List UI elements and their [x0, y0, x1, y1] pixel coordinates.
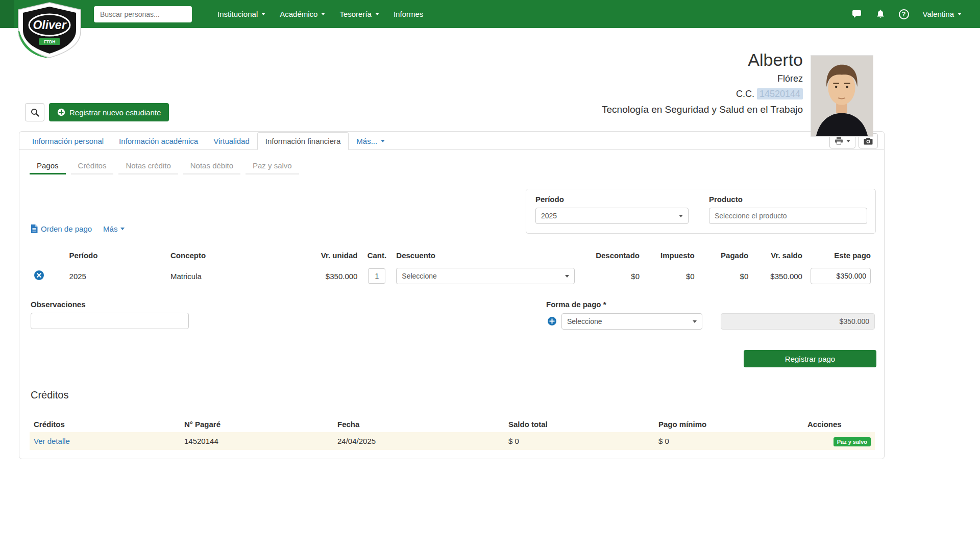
- column-header-discounted: Descontado: [579, 248, 644, 263]
- student-header: Alberto Flórez C.C. 14520144 Tecnología …: [602, 50, 803, 115]
- observations-label: Observaciones: [31, 300, 86, 309]
- column-header-concept: Concepto: [166, 248, 285, 263]
- payment-method-select[interactable]: Seleccione: [561, 313, 702, 330]
- logo-sub-text: FTDH: [44, 39, 56, 44]
- navbar-accent: [0, 0, 14, 28]
- credit-detail-link[interactable]: Ver detalle: [34, 437, 176, 445]
- discount-select[interactable]: Seleccione: [396, 268, 575, 284]
- register-new-student-label: Registrar nuevo estudiante: [69, 108, 161, 117]
- column-header-tax: Impuesto: [644, 248, 699, 263]
- subtab-notas-debito[interactable]: Notas débito: [183, 157, 240, 174]
- register-new-student-button[interactable]: Registrar nuevo estudiante: [49, 103, 169, 121]
- tab-label: Información académica: [119, 137, 198, 145]
- menu-tesoreria[interactable]: Tesorería: [332, 5, 386, 23]
- plus-circle-icon: [57, 108, 65, 116]
- product-filter: Producto: [709, 195, 867, 224]
- camera-icon: [864, 137, 873, 145]
- observations-input[interactable]: [31, 313, 189, 329]
- payment-row: 2025 Matricula $350.000 Seleccione $0 $0…: [30, 263, 875, 289]
- column-header-credits: Créditos: [30, 416, 180, 432]
- chevron-down-icon: [261, 13, 265, 15]
- messages-icon[interactable]: [852, 10, 862, 19]
- student-id-label: C.C.: [736, 89, 754, 99]
- payment-method-select-value: Seleccione: [567, 317, 602, 325]
- payment-total-input: [721, 313, 875, 330]
- period-select[interactable]: 2025: [535, 208, 689, 224]
- menu-institucional[interactable]: Institucional: [210, 5, 273, 23]
- credits-header-row: Créditos N° Pagaré Fecha Saldo total Pag…: [30, 416, 875, 432]
- oliver-logo[interactable]: Oliver FTDH: [15, 2, 84, 59]
- chevron-down-icon: [321, 13, 325, 15]
- tab-virtualidad[interactable]: Virtualidad: [206, 133, 257, 149]
- notifications-bell-icon[interactable]: [876, 9, 885, 19]
- chevron-down-icon: [375, 13, 379, 15]
- payment-period: 2025: [65, 263, 166, 289]
- menu-institucional-label: Institucional: [217, 10, 258, 18]
- this-payment-input[interactable]: [811, 268, 871, 284]
- student-photo: [811, 55, 873, 137]
- column-header-note-number: N° Pagaré: [180, 416, 333, 432]
- student-first-name: Alberto: [602, 50, 803, 70]
- tab-label: Virtualidad: [213, 137, 250, 145]
- column-header-date: Fecha: [333, 416, 504, 432]
- chevron-down-icon: [846, 140, 850, 142]
- payment-order-row: Orden de pago Más: [31, 224, 125, 233]
- payment-filters-panel: Período 2025 Producto: [526, 189, 876, 234]
- tab-bar: Información personal Información académi…: [19, 132, 884, 150]
- tab-informacion-academica[interactable]: Información académica: [111, 133, 206, 149]
- product-label: Producto: [709, 195, 867, 204]
- column-header-remove: [30, 248, 65, 263]
- help-icon[interactable]: ?: [899, 9, 909, 19]
- menu-academico[interactable]: Académico: [273, 5, 332, 23]
- payment-unit-value: $350.000: [285, 263, 361, 289]
- subtab-notas-credito[interactable]: Notas crédito: [118, 157, 178, 174]
- tab-label: Información personal: [32, 137, 104, 145]
- student-last-name: Flórez: [602, 73, 803, 84]
- plus-circle-icon: [547, 316, 557, 326]
- search-input[interactable]: [94, 6, 192, 22]
- register-payment-button[interactable]: Registrar pago: [744, 350, 876, 367]
- payment-tax: $0: [644, 263, 699, 289]
- payment-order-label: Orden de pago: [41, 224, 92, 233]
- student-detail-card: Información personal Información académi…: [19, 131, 885, 459]
- subtab-creditos[interactable]: Créditos: [71, 157, 114, 174]
- subtab-pagos[interactable]: Pagos: [30, 157, 66, 174]
- menu-informes[interactable]: Informes: [386, 5, 430, 23]
- column-header-this-payment: Este pago: [806, 248, 875, 263]
- chevron-down-icon: [679, 215, 683, 217]
- question-mark-icon: ?: [899, 9, 909, 19]
- product-input[interactable]: [709, 208, 867, 224]
- student-program: Tecnología en Seguridad y Salud en el Tr…: [602, 104, 803, 115]
- menu-academico-label: Académico: [280, 10, 317, 18]
- payment-order-link[interactable]: Orden de pago: [31, 224, 92, 233]
- document-icon: [31, 224, 38, 233]
- tab-label: Más...: [356, 137, 377, 145]
- status-badge: Paz y salvo: [834, 437, 871, 446]
- credits-table: Créditos N° Pagaré Fecha Saldo total Pag…: [30, 416, 875, 450]
- more-options-label: Más: [103, 224, 117, 233]
- menu-tesoreria-label: Tesorería: [339, 10, 372, 18]
- menu-informes-label: Informes: [394, 10, 423, 18]
- tab-mas[interactable]: Más...: [349, 133, 393, 149]
- column-header-min-payment: Pago mínimo: [654, 416, 803, 432]
- subtab-paz-y-salvo[interactable]: Paz y salvo: [246, 157, 299, 174]
- top-navbar: Institucional Académico Tesorería Inform…: [0, 0, 980, 28]
- payment-balance: $350.000: [752, 263, 806, 289]
- credit-total-balance: $ 0: [504, 432, 654, 450]
- payment-concept: Matricula: [166, 263, 285, 289]
- tab-label: Información financiera: [265, 137, 341, 145]
- navbar-right: ? Valentina: [852, 9, 980, 19]
- tab-informacion-personal[interactable]: Información personal: [24, 133, 111, 149]
- tab-informacion-financiera[interactable]: Información financiera: [257, 132, 349, 150]
- student-id-value: 14520144: [757, 88, 803, 99]
- financial-subtabs: Pagos Créditos Notas crédito Notas débit…: [30, 157, 299, 174]
- add-payment-method-button[interactable]: [547, 316, 557, 326]
- user-menu[interactable]: Valentina: [923, 10, 962, 18]
- more-options-link[interactable]: Más: [103, 224, 125, 233]
- user-name: Valentina: [923, 10, 954, 18]
- remove-row-button[interactable]: [34, 270, 44, 281]
- quantity-input[interactable]: [368, 268, 385, 284]
- main-menu: Institucional Académico Tesorería Inform…: [210, 5, 430, 23]
- column-header-total-balance: Saldo total: [504, 416, 654, 432]
- student-search-button[interactable]: [25, 103, 44, 121]
